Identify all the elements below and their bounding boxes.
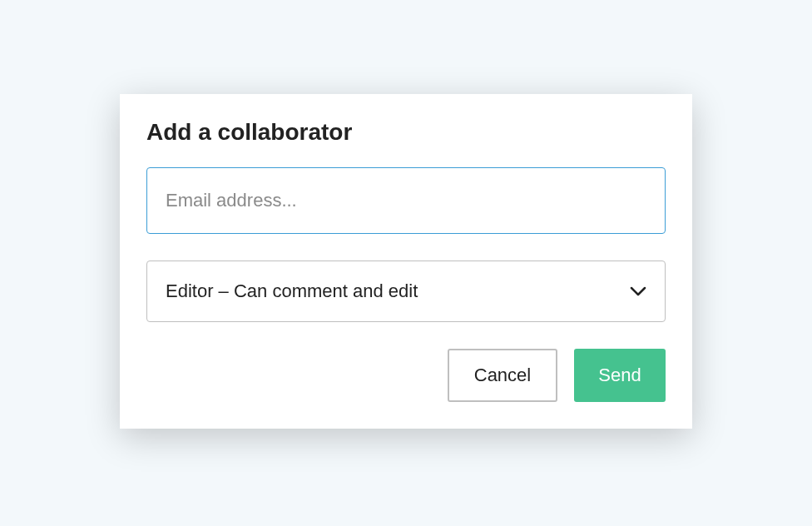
modal-title: Add a collaborator: [146, 119, 666, 146]
chevron-down-icon: [630, 283, 646, 300]
role-select-value: Editor – Can comment and edit: [166, 280, 630, 302]
email-input[interactable]: [146, 167, 666, 234]
role-select[interactable]: Editor – Can comment and edit: [146, 261, 666, 322]
send-button[interactable]: Send: [574, 349, 666, 402]
add-collaborator-modal: Add a collaborator Editor – Can comment …: [120, 94, 692, 429]
cancel-button[interactable]: Cancel: [448, 349, 557, 402]
button-row: Cancel Send: [146, 349, 666, 402]
